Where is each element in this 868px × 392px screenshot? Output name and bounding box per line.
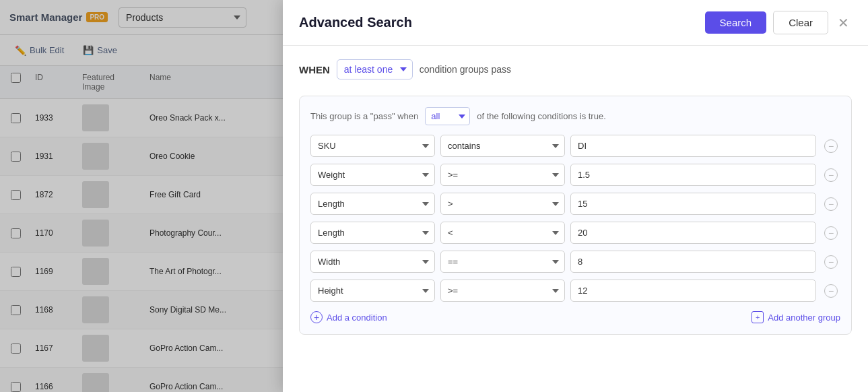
modal-header-actions: Search Clear ✕ [705, 11, 852, 34]
remove-condition-button[interactable]: − [822, 166, 840, 185]
condition-value-input[interactable] [570, 193, 816, 215]
group-operator-select[interactable]: all any none [425, 107, 470, 125]
add-group-icon: + [752, 311, 764, 323]
condition-value-input[interactable] [570, 251, 816, 273]
condition-field-select[interactable]: SKUWeightLengthWidthHeight [310, 135, 435, 157]
group-prefix-text: This group is a "pass" when [310, 111, 418, 121]
condition-group: This group is a "pass" when all any none… [299, 96, 852, 335]
condition-row: SKUWeightLengthWidthHeight containsdoes … [310, 135, 840, 157]
close-button[interactable]: ✕ [835, 13, 852, 32]
when-select[interactable]: at least one all none [337, 59, 413, 79]
condition-operator-select[interactable]: containsdoes not containis>=<=><== [440, 222, 565, 244]
modal-body: WHEN at least one all none condition gro… [283, 46, 868, 392]
group-header: This group is a "pass" when all any none… [310, 107, 840, 125]
remove-condition-button[interactable]: − [822, 137, 840, 156]
condition-row: SKUWeightLengthWidthHeight containsdoes … [310, 251, 840, 273]
condition-operator-select[interactable]: containsdoes not containis>=<=><== [440, 251, 565, 273]
minus-circle-icon: − [824, 284, 838, 298]
condition-row: SKUWeightLengthWidthHeight containsdoes … [310, 222, 840, 244]
advanced-search-modal: Advanced Search Search Clear ✕ WHEN at l… [283, 0, 868, 392]
modal-header: Advanced Search Search Clear ✕ [283, 0, 868, 46]
group-footer: + Add a condition + Add another group [310, 311, 840, 323]
minus-circle-icon: − [824, 255, 838, 269]
when-label: WHEN [299, 64, 330, 75]
condition-field-select[interactable]: SKUWeightLengthWidthHeight [310, 251, 435, 273]
remove-condition-button[interactable]: − [822, 253, 840, 271]
condition-operator-select[interactable]: containsdoes not containis>=<=><== [440, 135, 565, 157]
condition-value-input[interactable] [570, 280, 816, 302]
minus-circle-icon: − [824, 168, 838, 182]
condition-operator-select[interactable]: containsdoes not containis>=<=><== [440, 193, 565, 215]
modal-title: Advanced Search [299, 15, 412, 30]
search-button[interactable]: Search [705, 11, 767, 34]
when-row: WHEN at least one all none condition gro… [299, 59, 852, 79]
minus-circle-icon: − [824, 197, 838, 211]
condition-field-select[interactable]: SKUWeightLengthWidthHeight [310, 193, 435, 215]
when-suffix-text: condition groups pass [420, 64, 511, 75]
condition-field-select[interactable]: SKUWeightLengthWidthHeight [310, 280, 435, 302]
condition-operator-select[interactable]: containsdoes not containis>=<=><== [440, 280, 565, 302]
remove-condition-button[interactable]: − [822, 224, 840, 242]
add-condition-label: Add a condition [327, 313, 387, 323]
add-group-button[interactable]: + Add another group [752, 311, 840, 323]
condition-value-input[interactable] [570, 135, 816, 157]
condition-value-input[interactable] [570, 164, 816, 186]
condition-value-input[interactable] [570, 222, 816, 244]
condition-row: SKUWeightLengthWidthHeight containsdoes … [310, 193, 840, 215]
group-suffix-text: of the following conditions is true. [477, 111, 606, 121]
condition-operator-select[interactable]: containsdoes not containis>=<=><== [440, 164, 565, 186]
clear-button[interactable]: Clear [773, 11, 828, 34]
condition-row: SKUWeightLengthWidthHeight containsdoes … [310, 164, 840, 186]
minus-circle-icon: − [824, 226, 838, 240]
modal-overlay: Advanced Search Search Clear ✕ WHEN at l… [0, 0, 868, 392]
remove-condition-button[interactable]: − [822, 195, 840, 214]
remove-condition-button[interactable]: − [822, 282, 840, 300]
condition-field-select[interactable]: SKUWeightLengthWidthHeight [310, 222, 435, 244]
add-condition-button[interactable]: + Add a condition [310, 311, 387, 323]
minus-circle-icon: − [824, 139, 838, 153]
add-condition-icon: + [310, 311, 323, 323]
condition-row: SKUWeightLengthWidthHeight containsdoes … [310, 280, 840, 302]
add-group-label: Add another group [768, 313, 840, 323]
close-icon: ✕ [838, 15, 849, 30]
modal-backdrop[interactable] [0, 0, 283, 392]
condition-field-select[interactable]: SKUWeightLengthWidthHeight [310, 164, 435, 186]
